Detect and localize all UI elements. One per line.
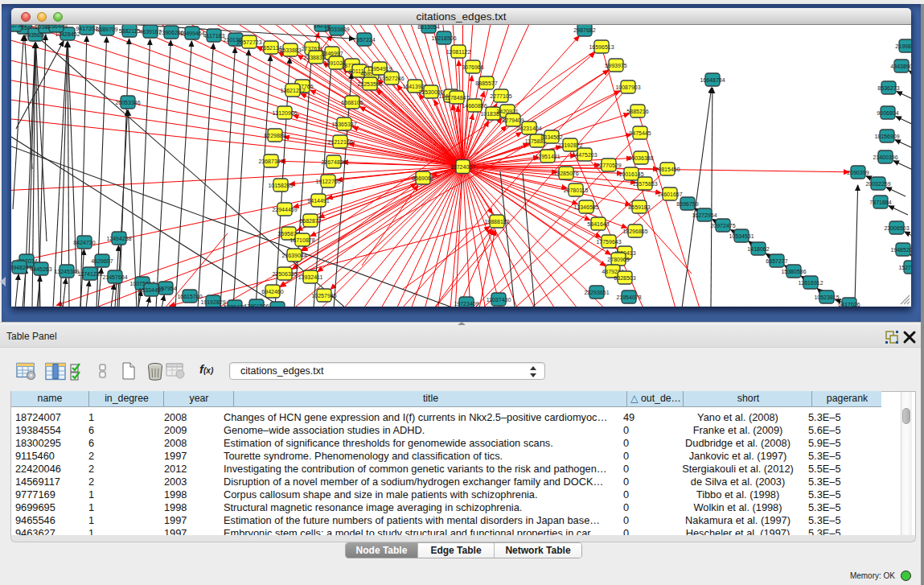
svg-text:11784847: 11784847 (445, 95, 470, 101)
svg-text:19218506: 19218506 (431, 35, 456, 41)
svg-text:19192829: 19192829 (200, 299, 225, 305)
svg-text:16033809: 16033809 (324, 27, 349, 32)
svg-text:6682877: 6682877 (299, 218, 321, 224)
svg-text:3844095: 3844095 (266, 306, 288, 307)
svg-text:15380586: 15380586 (781, 269, 806, 274)
svg-text:5841643: 5841643 (587, 221, 609, 227)
svg-text:21639044: 21639044 (281, 253, 306, 258)
svg-text:13932411: 13932411 (298, 274, 323, 280)
svg-text:5388470: 5388470 (224, 304, 245, 307)
svg-text:18724007: 18724007 (450, 164, 475, 170)
svg-text:9414491: 9414491 (307, 198, 329, 204)
svg-text:19485201: 19485201 (890, 247, 911, 253)
svg-text:15365337: 15365337 (331, 122, 356, 127)
svg-text:16596513: 16596513 (589, 44, 614, 50)
svg-text:4445263: 4445263 (30, 266, 51, 272)
svg-text:8689709: 8689709 (96, 27, 117, 32)
svg-text:22944459: 22944459 (272, 207, 297, 212)
svg-text:14601657: 14601657 (657, 192, 682, 197)
svg-text:10158289: 10158289 (268, 183, 293, 188)
svg-text:15575853: 15575853 (632, 181, 657, 187)
svg-text:1418062: 1418062 (747, 246, 769, 252)
svg-text:21457684: 21457684 (102, 274, 127, 280)
svg-text:23006503: 23006503 (884, 225, 909, 231)
svg-text:10527246: 10527246 (379, 76, 404, 81)
svg-text:9006804: 9006804 (877, 110, 898, 116)
svg-text:20036388: 20036388 (628, 155, 653, 161)
svg-text:23192872: 23192872 (557, 142, 582, 148)
svg-text:10257945: 10257945 (311, 293, 336, 299)
svg-text:2266449: 2266449 (45, 25, 67, 29)
svg-text:6568105: 6568105 (341, 100, 363, 105)
svg-text:22770529: 22770529 (596, 163, 621, 168)
svg-text:13346585: 13346585 (573, 204, 598, 210)
svg-text:4629607: 4629607 (91, 258, 113, 264)
svg-text:9417207: 9417207 (76, 26, 97, 31)
svg-text:6557277: 6557277 (766, 258, 787, 264)
svg-text:19888132: 19888132 (484, 219, 509, 225)
svg-text:8813054: 8813054 (417, 25, 439, 30)
svg-text:13120906: 13120906 (272, 110, 297, 116)
svg-text:12494238: 12494238 (106, 236, 131, 241)
svg-text:10534531: 10534531 (729, 233, 754, 239)
svg-text:5882115: 5882115 (119, 28, 141, 34)
svg-text:13245349: 13245349 (54, 269, 79, 274)
svg-text:8846997: 8846997 (321, 51, 343, 56)
svg-text:8559183: 8559183 (628, 204, 650, 210)
svg-text:8596759: 8596759 (676, 201, 698, 207)
svg-text:10523815: 10523815 (814, 295, 839, 300)
svg-text:2780963: 2780963 (607, 257, 629, 262)
svg-text:4117183: 4117183 (203, 33, 225, 39)
svg-text:13621212: 13621212 (280, 88, 305, 93)
svg-text:16710878: 16710878 (290, 237, 314, 243)
svg-text:14475203: 14475203 (572, 152, 597, 158)
svg-text:13948244: 13948244 (11, 265, 32, 270)
svg-text:7357224: 7357224 (353, 37, 375, 43)
svg-text:16648784: 16648784 (700, 77, 725, 83)
svg-text:8885577: 8885577 (475, 80, 497, 86)
svg-text:12741238: 12741238 (77, 271, 102, 277)
svg-text:3076966: 3076966 (462, 64, 483, 70)
svg-text:10087903: 10087903 (615, 84, 640, 90)
svg-text:16272954: 16272954 (692, 212, 717, 218)
svg-text:19285076: 19285076 (553, 171, 578, 176)
svg-text:23687347: 23687347 (258, 159, 283, 164)
svg-text:22253595: 22253595 (357, 81, 382, 87)
svg-text:8334562: 8334562 (540, 134, 562, 140)
svg-text:5885216: 5885216 (626, 109, 648, 114)
svg-text:19499464: 19499464 (179, 31, 204, 36)
svg-text:5993975: 5993975 (605, 63, 626, 68)
svg-text:6328503: 6328503 (614, 275, 635, 281)
svg-text:22506335: 22506335 (272, 271, 297, 277)
svg-text:6942460: 6942460 (261, 289, 283, 295)
svg-text:2987682: 2987682 (573, 27, 595, 33)
svg-text:13954919: 13954919 (367, 66, 392, 72)
svg-text:22293651: 22293651 (584, 290, 609, 295)
svg-text:13334457: 13334457 (138, 287, 163, 293)
svg-text:12081122: 12081122 (446, 49, 471, 55)
svg-text:9475445: 9475445 (629, 130, 651, 136)
svg-text:17951421: 17951421 (535, 154, 560, 159)
svg-text:6417026: 6417026 (838, 302, 860, 307)
svg-text:26053346: 26053346 (115, 100, 140, 105)
svg-text:11037430: 11037430 (487, 297, 511, 303)
svg-text:8424730: 8424730 (73, 240, 95, 245)
svg-text:21400396: 21400396 (873, 154, 897, 160)
svg-text:2277105: 2277105 (490, 93, 511, 99)
svg-text:10016145: 10016145 (618, 171, 643, 177)
svg-text:8536273: 8536273 (877, 85, 899, 91)
svg-text:14660856: 14660856 (462, 103, 487, 109)
svg-text:18296865: 18296865 (622, 229, 647, 234)
svg-text:8229889: 8229889 (264, 133, 285, 138)
svg-text:3533883: 3533883 (279, 47, 301, 53)
svg-text:18156909: 18156909 (874, 134, 899, 139)
svg-text:15357347: 15357347 (11, 25, 27, 28)
svg-text:13901506: 13901506 (244, 303, 269, 307)
svg-text:21212166: 21212166 (327, 139, 352, 145)
svg-text:12616912: 12616912 (798, 280, 823, 286)
svg-text:19122760: 19122760 (315, 179, 340, 184)
svg-text:20032259: 20032259 (865, 181, 890, 187)
svg-text:2090399: 2090399 (847, 170, 869, 175)
svg-text:20815450: 20815450 (655, 167, 680, 172)
svg-text:21954078: 21954078 (616, 295, 641, 300)
